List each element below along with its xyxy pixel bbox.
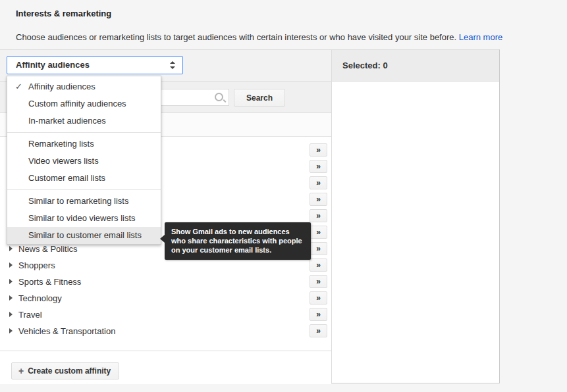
add-all-button[interactable]: » [310,242,327,255]
menu-item-label: In-market audiences [28,116,106,126]
add-all-button[interactable]: » [310,308,327,321]
expand-triangle-icon[interactable] [9,262,13,268]
page-title: Interests & remarketing [16,9,111,18]
checkmark-icon: ✓ [15,78,22,95]
menu-item-customer-email-lists[interactable]: Customer email lists [7,170,161,187]
menu-item-label: Similar to video viewers lists [28,213,136,223]
menu-item-similar-to-video-viewers-lists[interactable]: Similar to video viewers lists [7,210,161,227]
menu-item-in-market-audiences[interactable]: In-market audiences [7,112,161,130]
select-spinner-icon [170,61,175,69]
add-all-button[interactable]: » [310,176,327,189]
audience-type-menu: ✓Affinity audiences Custom affinity audi… [7,76,161,245]
menu-item-affinity-audiences[interactable]: ✓Affinity audiences [7,78,161,95]
expand-triangle-icon[interactable] [9,246,13,251]
list-item[interactable]: Sports & Fitness» [0,274,331,290]
menu-item-label: Video viewers lists [28,156,99,166]
tooltip-arrow-icon [160,235,165,243]
list-item[interactable]: Vehicles & Transportation» [0,323,331,339]
tooltip: Show Gmail ads to new audiences who shar… [165,222,311,260]
menu-item-label: Remarketing lists [28,139,94,149]
description-text: Choose audiences or remarketing lists to… [16,32,456,42]
add-all-button[interactable]: » [310,143,327,157]
list-item[interactable]: Travel» [0,306,331,323]
category-label: Technology [18,290,62,306]
expand-triangle-icon[interactable] [9,328,13,333]
add-all-button[interactable]: » [310,324,327,337]
add-all-button[interactable]: » [310,226,327,239]
expand-triangle-icon[interactable] [9,312,13,317]
menu-item-label: Similar to customer email lists [28,230,142,240]
menu-group-audiences: ✓Affinity audiences Custom affinity audi… [7,78,161,130]
menu-item-similar-to-remarketing-lists[interactable]: Similar to remarketing lists [7,193,161,210]
plus-icon: + [18,366,24,376]
audience-type-select[interactable]: Affinity audiences [7,56,183,74]
menu-item-label: Affinity audiences [28,82,95,91]
add-all-button[interactable]: » [310,193,327,206]
picker-footer: +Create custom affinity [0,351,331,384]
add-all-button[interactable]: » [310,258,327,272]
selected-panel: Selected: 0 [332,50,499,383]
expand-triangle-icon[interactable] [9,295,13,301]
menu-item-label: Customer email lists [28,173,105,183]
expand-triangle-icon[interactable] [9,279,13,284]
add-all-button[interactable]: » [310,275,327,288]
menu-group-lists: Remarketing lists Video viewers lists Cu… [7,132,161,187]
category-label: Shoppers [18,257,55,274]
interests-remarketing-screen: Interests & remarketing Choose audiences… [0,0,567,392]
menu-item-custom-affinity-audiences[interactable]: Custom affinity audiences [7,95,161,112]
add-all-button[interactable]: » [310,160,327,173]
tooltip-text: Show Gmail ads to new audiences who shar… [171,228,302,254]
search-button[interactable]: Search [234,89,285,107]
selected-count-header: Selected: 0 [332,50,499,82]
category-label: Travel [18,306,42,323]
add-all-button[interactable]: » [310,291,327,305]
audience-type-selected-value: Affinity audiences [16,57,90,74]
menu-item-label: Similar to remarketing lists [28,196,128,206]
category-label: Vehicles & Transportation [18,323,115,339]
search-icon [215,93,223,101]
menu-item-remarketing-lists[interactable]: Remarketing lists [7,135,161,153]
page-description: Choose audiences or remarketing lists to… [16,32,502,42]
menu-item-video-viewers-lists[interactable]: Video viewers lists [7,153,161,170]
learn-more-link[interactable]: Learn more [459,32,502,42]
list-item[interactable]: Technology» [0,290,331,306]
menu-item-label: Custom affinity audiences [28,99,126,109]
create-custom-affinity-button[interactable]: +Create custom affinity [11,362,119,380]
menu-group-similar: Similar to remarketing lists Similar to … [7,189,161,244]
add-all-button[interactable]: » [310,209,327,222]
menu-item-similar-to-customer-email-lists[interactable]: Similar to customer email lists [7,227,161,244]
category-label: Sports & Fitness [18,274,81,290]
create-custom-affinity-label: Create custom affinity [28,366,111,376]
